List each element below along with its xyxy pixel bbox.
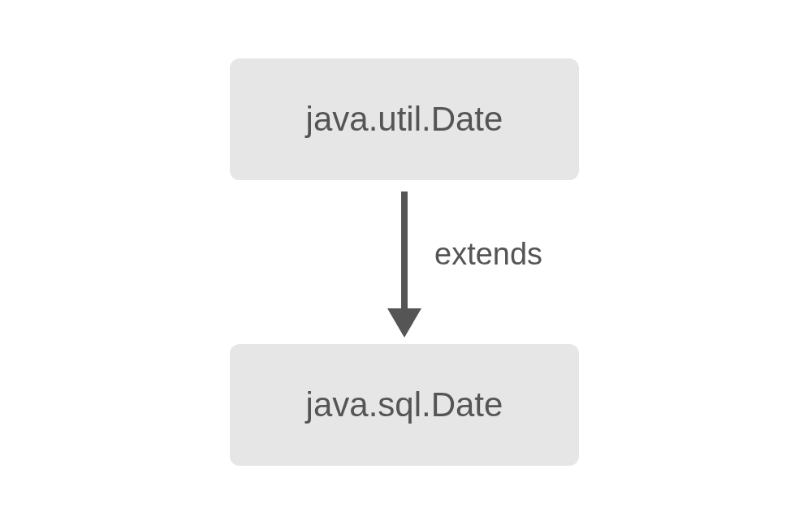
child-class-node: java.sql.Date (230, 344, 579, 466)
parent-class-node: java.util.Date (230, 58, 579, 180)
inheritance-diagram: java.util.Date extends java.sql.Date (183, 44, 629, 482)
arrow-line (401, 191, 408, 313)
edge-label: extends (434, 237, 542, 272)
child-class-label: java.sql.Date (306, 385, 503, 424)
arrow-head-icon (387, 308, 421, 338)
extends-arrow (399, 180, 410, 344)
parent-class-label: java.util.Date (306, 100, 503, 139)
